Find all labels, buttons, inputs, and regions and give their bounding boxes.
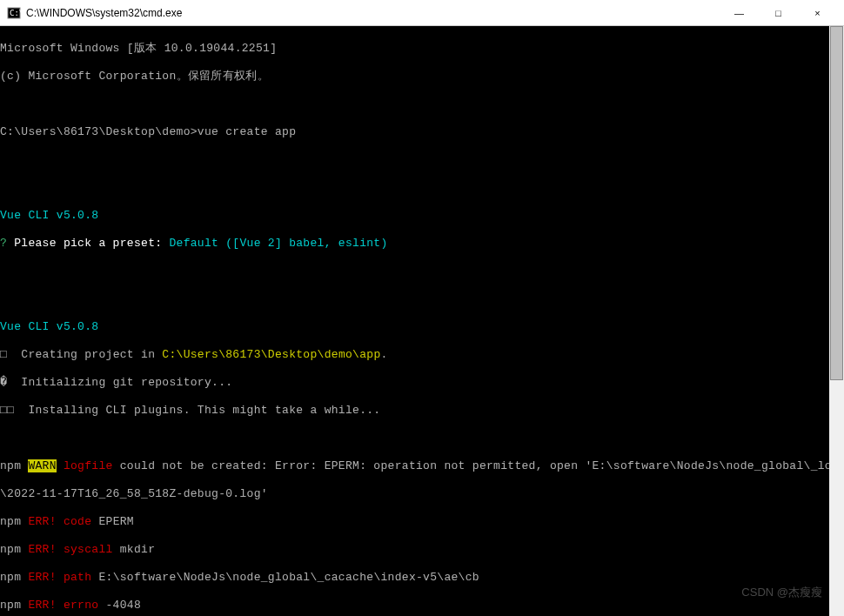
minimize-button[interactable]: — (720, 0, 759, 26)
copyright-line: (c) Microsoft Corporation。保留所有权利。 (0, 70, 829, 84)
window-title: C:\WINDOWS\system32\cmd.exe (26, 7, 720, 19)
watermark: CSDN @杰瘦瘦 (741, 585, 822, 600)
maximize-button[interactable]: □ (759, 0, 798, 26)
terminal-output[interactable]: Microsoft Windows [版本 10.0.19044.2251] (… (0, 26, 829, 616)
err-code-line: npm ERR! code EPERM (0, 515, 829, 529)
err-syscall-line: npm ERR! syscall mkdir (0, 543, 829, 557)
prompt-line: C:\Users\86173\Desktop\demo>vue create a… (0, 125, 829, 139)
git-line: � Initializing git repository... (0, 376, 829, 390)
err-path-line: npm ERR! path E:\software\NodeJs\node_gl… (0, 571, 829, 585)
window-titlebar: C:\ C:\WINDOWS\system32\cmd.exe — □ × (0, 0, 844, 26)
vue-cli-header-1: Vue CLI v5.0.8 (0, 209, 829, 223)
vue-cli-header-2: Vue CLI v5.0.8 (0, 320, 829, 334)
svg-text:C:\: C:\ (10, 9, 21, 17)
preset-line: ? Please pick a preset: Default ([Vue 2]… (0, 237, 829, 251)
err-errno-line: npm ERR! errno -4048 (0, 599, 829, 613)
warn-logfile-line: npm WARN logfile could not be created: E… (0, 459, 829, 473)
scrollbar-thumb[interactable] (830, 26, 843, 380)
close-button[interactable]: × (798, 0, 837, 26)
version-line: Microsoft Windows [版本 10.0.19044.2251] (0, 42, 829, 56)
cmd-icon: C:\ (7, 6, 21, 20)
window-controls: — □ × (720, 0, 837, 26)
install-line: □□ Installing CLI plugins. This might ta… (0, 404, 829, 418)
vertical-scrollbar[interactable] (829, 26, 844, 616)
warn-logfile-line2: \2022-11-17T16_26_58_518Z-debug-0.log' (0, 487, 829, 501)
creating-line: □ Creating project in C:\Users\86173\Des… (0, 348, 829, 362)
